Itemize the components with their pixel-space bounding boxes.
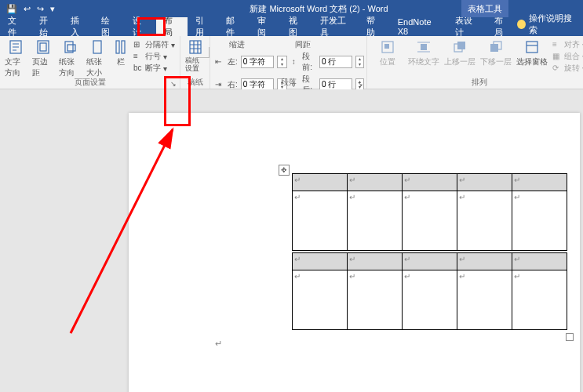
position-icon bbox=[380, 39, 395, 55]
breaks-button[interactable]: ⊞分隔符▾ bbox=[133, 39, 175, 50]
svg-rect-2 bbox=[40, 43, 46, 51]
paragraph-mark: ↵ bbox=[215, 339, 222, 349]
table-cell[interactable]: ↵ bbox=[348, 174, 403, 191]
size-button[interactable]: 纸张大小 bbox=[86, 39, 109, 78]
table-row[interactable]: ↵↵↵↵↵ bbox=[293, 174, 567, 191]
margins-icon bbox=[35, 39, 51, 55]
save-icon[interactable]: 💾 bbox=[6, 4, 17, 14]
position-button: 位置 bbox=[372, 39, 403, 67]
tab-developer[interactable]: 开发工具 bbox=[312, 17, 359, 36]
group-label-page-setup: 页面设置 bbox=[0, 77, 180, 88]
space-before-input[interactable] bbox=[319, 56, 352, 68]
align-button: ≡对齐▾ bbox=[552, 39, 583, 50]
table-cell[interactable]: ↵ bbox=[512, 174, 567, 191]
selection-pane-icon bbox=[524, 39, 540, 55]
table-cell[interactable]: ↵ bbox=[293, 191, 348, 251]
table-row[interactable]: ↵↵↵↵↵ bbox=[293, 253, 567, 270]
orientation-button[interactable]: 纸张方向 bbox=[59, 39, 82, 78]
table-cell[interactable]: ↵ bbox=[512, 191, 567, 251]
table-cell[interactable]: ↵ bbox=[403, 270, 457, 330]
table-cell[interactable]: ↵ bbox=[457, 270, 512, 330]
page-corner bbox=[199, 47, 210, 58]
text-direction-icon bbox=[8, 39, 24, 55]
hyphenation-button[interactable]: bc断字▾ bbox=[133, 63, 175, 74]
tab-references[interactable]: 引用 bbox=[188, 17, 219, 36]
tab-view[interactable]: 视图 bbox=[281, 17, 312, 36]
table-cell[interactable]: ↵ bbox=[512, 253, 567, 270]
table-cell[interactable]: ↵ bbox=[403, 174, 457, 191]
undo-icon[interactable]: ↩ bbox=[24, 4, 31, 14]
table-2[interactable]: ↵↵↵↵↵ ↵↵↵↵↵ bbox=[292, 252, 567, 330]
tab-endnote[interactable]: EndNote X8 bbox=[390, 17, 447, 36]
indent-left-input[interactable] bbox=[241, 56, 274, 68]
indent-left-icon: ⇤ bbox=[215, 57, 224, 67]
table-cell[interactable]: ↵ bbox=[512, 270, 567, 330]
line-numbers-icon: ≡ bbox=[133, 52, 143, 61]
group-label-arrange: 排列 bbox=[367, 77, 583, 88]
table-cell[interactable]: ↵ bbox=[457, 253, 512, 270]
tab-table-layout[interactable]: 布局 bbox=[486, 17, 518, 36]
table-cell[interactable]: ↵ bbox=[457, 174, 512, 191]
lightbulb-icon bbox=[517, 20, 526, 29]
table-cell[interactable]: ↵ bbox=[348, 253, 403, 270]
annotation-arrow bbox=[63, 122, 188, 341]
forward-icon bbox=[452, 39, 468, 55]
group-arrange: 位置 环绕文字 上移一层 下移一层 选择窗格 ≡对齐▾ ▦组合▾ ⟳旋转▾ 排列 bbox=[367, 36, 583, 89]
table-move-handle[interactable]: ✥ bbox=[279, 165, 290, 176]
quick-access-toolbar: 💾 ↩ ↪ ▾ bbox=[0, 4, 55, 14]
annotation-box-dropdown bbox=[164, 76, 191, 126]
group-icon: ▦ bbox=[552, 52, 562, 61]
align-icon: ≡ bbox=[552, 40, 562, 49]
line-numbers-button[interactable]: ≡行号▾ bbox=[133, 51, 175, 62]
svg-rect-15 bbox=[490, 44, 498, 52]
ribbon: 文字方向 页边距 纸张方向 纸张大小 栏 ⊞分隔符▾ ≡行号▾ bc断字▾ bbox=[0, 36, 583, 89]
chevron-down-icon: ▾ bbox=[171, 41, 175, 49]
selection-pane-button[interactable]: 选择窗格 bbox=[516, 39, 548, 67]
table-cell[interactable]: ↵ bbox=[348, 270, 403, 330]
tab-draw[interactable]: 绘图 bbox=[93, 17, 125, 36]
table-1[interactable]: ↵↵↵↵↵ ↵↵↵↵↵ bbox=[292, 173, 567, 251]
svg-line-17 bbox=[71, 129, 173, 333]
columns-button[interactable]: 栏 bbox=[113, 39, 129, 67]
rotate-button: ⟳旋转▾ bbox=[552, 63, 583, 74]
table-cell[interactable]: ↵ bbox=[348, 191, 403, 251]
orientation-icon bbox=[62, 39, 78, 55]
table-cell[interactable]: ↵ bbox=[457, 191, 512, 251]
wrap-icon bbox=[416, 39, 432, 55]
svg-rect-5 bbox=[93, 41, 101, 53]
indent-left-spinner[interactable]: ▴▾ bbox=[277, 56, 287, 68]
tab-mailings[interactable]: 邮件 bbox=[218, 17, 250, 36]
text-direction-button[interactable]: 文字方向 bbox=[5, 39, 27, 78]
space-before-icon: ↕ bbox=[292, 57, 299, 67]
tab-table-design[interactable]: 表设计 bbox=[447, 17, 486, 36]
page-size-icon bbox=[89, 39, 105, 55]
group-objects-button: ▦组合▾ bbox=[552, 51, 583, 62]
table-cell[interactable]: ↵ bbox=[293, 174, 348, 191]
svg-rect-10 bbox=[384, 44, 389, 49]
space-before-spinner[interactable]: ▴▾ bbox=[355, 56, 364, 68]
svg-rect-4 bbox=[67, 45, 75, 51]
group-paragraph: 缩进 间距 ⇤左:▴▾ ↕段前:▴▾ ⇥右:▴▾ ↕段后:▴▾ 段落 ↘ bbox=[210, 36, 367, 89]
table-row[interactable]: ↵↵↵↵↵ bbox=[293, 191, 567, 251]
tab-file[interactable]: 文件 bbox=[0, 17, 31, 36]
table-resize-handle[interactable] bbox=[566, 333, 574, 341]
breaks-icon: ⊞ bbox=[133, 40, 143, 49]
table-cell[interactable]: ↵ bbox=[293, 253, 348, 270]
table-cell[interactable]: ↵ bbox=[403, 253, 457, 270]
tab-review[interactable]: 审阅 bbox=[250, 17, 281, 36]
ribbon-tabs: 文件 开始 插入 绘图 设计 布局 引用 邮件 审阅 视图 开发工具 帮助 En… bbox=[0, 17, 583, 36]
tab-home[interactable]: 开始 bbox=[31, 17, 63, 36]
tab-help[interactable]: 帮助 bbox=[359, 17, 390, 36]
chevron-down-icon: ▾ bbox=[163, 64, 167, 73]
table-cell[interactable]: ↵ bbox=[403, 191, 457, 251]
paragraph-launcher[interactable]: ↘ bbox=[357, 80, 365, 88]
chevron-down-icon: ▾ bbox=[163, 53, 167, 61]
table-row[interactable]: ↵↵↵↵↵ bbox=[293, 270, 567, 330]
svg-rect-16 bbox=[527, 42, 537, 53]
tab-insert[interactable]: 插入 bbox=[63, 17, 94, 36]
tell-me-search[interactable]: 操作说明搜索 bbox=[517, 13, 583, 36]
svg-rect-13 bbox=[457, 42, 465, 49]
margins-button[interactable]: 页边距 bbox=[32, 39, 55, 78]
redo-icon[interactable]: ↪ bbox=[37, 4, 44, 14]
table-cell[interactable]: ↵ bbox=[293, 270, 348, 330]
